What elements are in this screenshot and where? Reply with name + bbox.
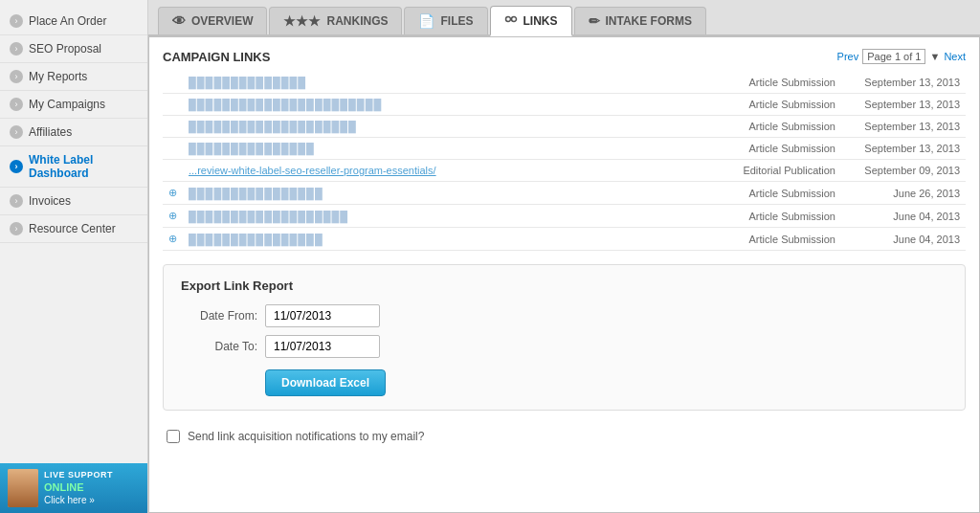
sidebar-item-resource-center[interactable]: › Resource Center: [0, 215, 147, 243]
tabs-bar: 👁 OVERVIEW ★★★ RANKINGS 📄 FILES LINKS ✏ …: [148, 0, 980, 36]
campaign-links-title: CAMPAIGN LINKS: [163, 50, 270, 64]
link-url[interactable]: ███████████████████: [189, 211, 348, 222]
export-section: Export Link Report Date From: Date To: D…: [163, 264, 966, 411]
tab-overview-label: OVERVIEW: [191, 14, 253, 28]
link-type-cell: Article Submission: [707, 182, 841, 205]
sidebar-item-my-reports[interactable]: › My Reports: [0, 63, 147, 91]
link-type-cell: Article Submission: [707, 205, 841, 228]
rankings-icon: ★★★: [283, 13, 321, 29]
live-support-banner[interactable]: LIVE SUPPORT ONLINE Click here »: [0, 463, 147, 513]
link-url[interactable]: ██████████████: [189, 77, 306, 88]
tab-rankings-label: RANKINGS: [326, 14, 388, 28]
link-url-cell[interactable]: ███████████████: [183, 138, 707, 160]
sidebar: › Place An Order › SEO Proposal › My Rep…: [0, 0, 148, 513]
prev-page-button[interactable]: Prev: [837, 51, 859, 62]
link-date-cell: September 13, 2013: [841, 138, 966, 160]
table-row: ████████████████████ Article Submission …: [163, 116, 966, 138]
content-area: CAMPAIGN LINKS Prev Page 1 of 1 ▼ Next █…: [148, 36, 980, 513]
link-date-cell: June 26, 2013: [841, 182, 966, 205]
link-date-cell: June 04, 2013: [841, 228, 966, 251]
link-url-cell[interactable]: ██████████████: [183, 72, 707, 94]
link-date-cell: June 04, 2013: [841, 205, 966, 228]
expand-cell: [163, 160, 183, 182]
sidebar-arrow-icon: ›: [10, 194, 23, 208]
sidebar-arrow-icon: ›: [10, 98, 23, 111]
sidebar-item-my-campaigns[interactable]: › My Campaigns: [0, 91, 147, 119]
email-notify-label: Send link acquisition notifications to m…: [188, 430, 424, 443]
table-row: ⊕ ████████████████ Article Submission Ju…: [163, 228, 966, 251]
sidebar-nav: › Place An Order › SEO Proposal › My Rep…: [0, 8, 147, 463]
date-from-label: Date From:: [181, 309, 257, 323]
table-row: ███████████████████████ Article Submissi…: [163, 94, 966, 116]
expand-cell: [163, 116, 183, 138]
link-url-cell[interactable]: ███████████████████████: [183, 94, 707, 116]
link-url[interactable]: ███████████████: [189, 143, 315, 154]
sidebar-arrow-icon: ›: [10, 125, 23, 139]
sidebar-item-label: Place An Order: [29, 14, 106, 28]
pagination: Prev Page 1 of 1 ▼ Next: [837, 49, 966, 64]
expand-cell[interactable]: ⊕: [163, 182, 183, 205]
support-click-label: Click here »: [44, 494, 113, 506]
expand-cell: [163, 138, 183, 160]
email-notify-checkbox[interactable]: [167, 430, 180, 443]
tab-overview[interactable]: 👁 OVERVIEW: [158, 7, 267, 34]
links-table: ██████████████ Article Submission Septem…: [163, 72, 966, 251]
tab-links-label: LINKS: [523, 14, 558, 28]
campaign-links-header: CAMPAIGN LINKS Prev Page 1 of 1 ▼ Next: [163, 49, 966, 64]
link-type-cell: Editorial Publication: [707, 160, 841, 182]
intake-forms-icon: ✏: [589, 13, 600, 29]
tab-intake-forms-label: INTAKE FORMS: [606, 14, 692, 28]
sidebar-item-place-order[interactable]: › Place An Order: [0, 8, 147, 35]
tab-files[interactable]: 📄 FILES: [404, 7, 487, 34]
expand-cell[interactable]: ⊕: [163, 228, 183, 251]
main-content: 👁 OVERVIEW ★★★ RANKINGS 📄 FILES LINKS ✏ …: [148, 0, 980, 513]
sidebar-item-affiliates[interactable]: › Affiliates: [0, 119, 147, 146]
sidebar-item-invoices[interactable]: › Invoices: [0, 188, 147, 215]
link-type-cell: Article Submission: [707, 94, 841, 116]
tab-intake-forms[interactable]: ✏ INTAKE FORMS: [574, 7, 706, 34]
svg-point-0: [505, 17, 510, 22]
link-date-cell: September 09, 2013: [841, 160, 966, 182]
link-url-cell[interactable]: ████████████████: [183, 228, 707, 251]
link-url[interactable]: ████████████████: [189, 188, 323, 199]
links-icon: [504, 12, 518, 29]
sidebar-item-label: My Reports: [29, 70, 87, 83]
overview-icon: 👁: [172, 13, 186, 29]
link-date-cell: September 13, 2013: [841, 116, 966, 138]
download-excel-button[interactable]: Download Excel: [265, 369, 386, 396]
sidebar-item-label: Affiliates: [29, 125, 72, 139]
link-type-cell: Article Submission: [707, 138, 841, 160]
sidebar-arrow-icon: ›: [10, 222, 23, 235]
date-to-input[interactable]: [265, 335, 380, 358]
sidebar-item-label: My Campaigns: [29, 98, 105, 111]
table-row: ██████████████ Article Submission Septem…: [163, 72, 966, 94]
link-url-cell[interactable]: ████████████████████: [183, 116, 707, 138]
link-url-cell[interactable]: ███████████████████: [183, 205, 707, 228]
tab-links[interactable]: LINKS: [490, 6, 572, 36]
sidebar-item-seo-proposal[interactable]: › SEO Proposal: [0, 35, 147, 63]
email-notify-row: Send link acquisition notifications to m…: [163, 422, 966, 451]
tab-rankings[interactable]: ★★★ RANKINGS: [269, 7, 402, 34]
sidebar-arrow-icon: ›: [10, 70, 23, 83]
expand-cell: [163, 72, 183, 94]
date-from-input[interactable]: [265, 304, 380, 327]
expand-cell: [163, 94, 183, 116]
next-page-button[interactable]: Next: [944, 51, 966, 62]
date-to-label: Date To:: [181, 340, 257, 353]
support-text: LIVE SUPPORT ONLINE Click here »: [44, 470, 113, 507]
link-url-cell[interactable]: ...review-white-label-seo-reseller-progr…: [183, 160, 707, 182]
sidebar-item-label: White Label Dashboard: [29, 153, 138, 180]
expand-cell[interactable]: ⊕: [163, 205, 183, 228]
link-url[interactable]: ████████████████: [189, 234, 323, 245]
sidebar-item-white-label[interactable]: › White Label Dashboard: [0, 146, 147, 188]
table-row: ...review-white-label-seo-reseller-progr…: [163, 160, 966, 182]
link-url[interactable]: ████████████████████: [189, 121, 357, 132]
page-dropdown-icon[interactable]: ▼: [929, 51, 940, 62]
table-row: ⊕ ████████████████ Article Submission Ju…: [163, 182, 966, 205]
link-url[interactable]: ...review-white-label-seo-reseller-progr…: [189, 165, 436, 176]
link-url[interactable]: ███████████████████████: [189, 99, 382, 110]
sidebar-arrow-icon: ›: [10, 42, 23, 56]
sidebar-arrow-icon: ›: [10, 14, 23, 28]
support-avatar: [8, 469, 38, 507]
link-url-cell[interactable]: ████████████████: [183, 182, 707, 205]
